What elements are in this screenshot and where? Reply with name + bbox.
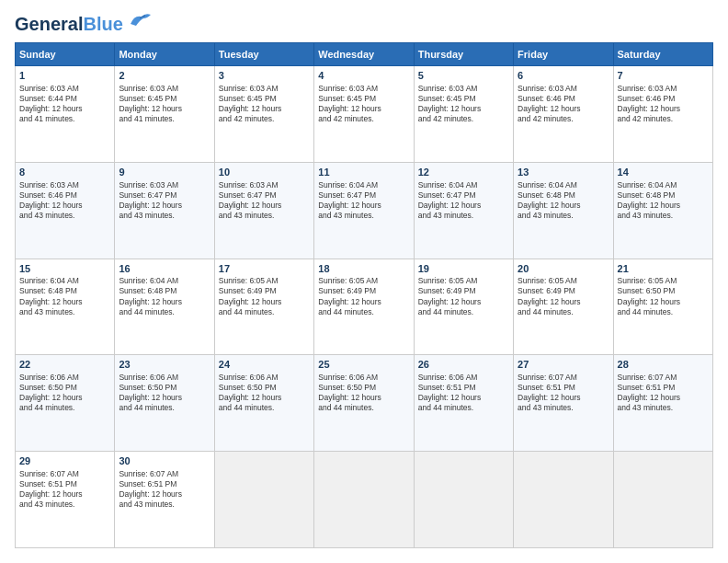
day-number: 28 <box>618 358 709 372</box>
calendar-cell: 22Sunrise: 6:06 AM Sunset: 6:50 PM Dayli… <box>16 355 115 452</box>
day-number: 16 <box>119 262 210 276</box>
day-info: Sunrise: 6:06 AM Sunset: 6:51 PM Dayligh… <box>418 373 509 413</box>
day-info: Sunrise: 6:03 AM Sunset: 6:46 PM Dayligh… <box>518 84 609 124</box>
day-info: Sunrise: 6:04 AM Sunset: 6:48 PM Dayligh… <box>618 180 709 221</box>
day-info: Sunrise: 6:04 AM Sunset: 6:47 PM Dayligh… <box>418 180 509 221</box>
day-number: 2 <box>119 69 210 83</box>
day-number: 23 <box>119 358 210 372</box>
calendar-week-row: 29Sunrise: 6:07 AM Sunset: 6:51 PM Dayli… <box>16 452 713 548</box>
day-info: Sunrise: 6:03 AM Sunset: 6:45 PM Dayligh… <box>119 84 210 124</box>
day-info: Sunrise: 6:03 AM Sunset: 6:45 PM Dayligh… <box>318 84 409 124</box>
calendar-week-row: 8Sunrise: 6:03 AM Sunset: 6:46 PM Daylig… <box>16 162 713 259</box>
logo: GeneralBlue <box>15 15 153 33</box>
day-number: 30 <box>119 454 210 468</box>
day-number: 25 <box>318 358 409 372</box>
calendar-cell: 20Sunrise: 6:05 AM Sunset: 6:49 PM Dayli… <box>514 259 613 355</box>
calendar-cell <box>613 452 712 548</box>
day-number: 12 <box>418 166 509 179</box>
col-header-sunday: Sunday <box>16 43 115 66</box>
calendar-cell: 19Sunrise: 6:05 AM Sunset: 6:49 PM Dayli… <box>414 259 513 355</box>
day-info: Sunrise: 6:04 AM Sunset: 6:48 PM Dayligh… <box>518 180 609 221</box>
day-number: 1 <box>19 69 110 83</box>
calendar-cell: 13Sunrise: 6:04 AM Sunset: 6:48 PM Dayli… <box>514 162 613 259</box>
logo-bird-icon <box>127 11 153 29</box>
day-info: Sunrise: 6:04 AM Sunset: 6:48 PM Dayligh… <box>19 276 110 316</box>
day-info: Sunrise: 6:05 AM Sunset: 6:49 PM Dayligh… <box>418 276 509 316</box>
col-header-friday: Friday <box>514 43 613 66</box>
day-number: 15 <box>19 262 110 276</box>
day-number: 21 <box>618 262 709 276</box>
day-info: Sunrise: 6:03 AM Sunset: 6:47 PM Dayligh… <box>119 180 210 221</box>
day-number: 27 <box>518 358 609 372</box>
calendar-week-row: 22Sunrise: 6:06 AM Sunset: 6:50 PM Dayli… <box>16 355 713 452</box>
day-number: 13 <box>518 166 609 179</box>
day-number: 10 <box>219 166 310 179</box>
calendar-cell: 18Sunrise: 6:05 AM Sunset: 6:49 PM Dayli… <box>314 259 414 355</box>
day-number: 7 <box>618 69 709 83</box>
calendar-cell <box>314 452 414 548</box>
calendar-header-row: SundayMondayTuesdayWednesdayThursdayFrid… <box>16 43 713 66</box>
day-number: 6 <box>518 69 609 83</box>
day-number: 14 <box>618 166 709 179</box>
day-number: 5 <box>418 69 509 83</box>
calendar-cell: 25Sunrise: 6:06 AM Sunset: 6:50 PM Dayli… <box>314 355 414 452</box>
day-info: Sunrise: 6:05 AM Sunset: 6:49 PM Dayligh… <box>219 276 310 316</box>
calendar-cell: 11Sunrise: 6:04 AM Sunset: 6:47 PM Dayli… <box>314 162 414 259</box>
calendar-cell <box>514 452 613 548</box>
calendar-cell: 10Sunrise: 6:03 AM Sunset: 6:47 PM Dayli… <box>214 162 313 259</box>
calendar-cell: 24Sunrise: 6:06 AM Sunset: 6:50 PM Dayli… <box>214 355 313 452</box>
calendar-cell: 1Sunrise: 6:03 AM Sunset: 6:44 PM Daylig… <box>16 66 115 163</box>
day-number: 11 <box>318 166 409 179</box>
calendar-cell: 6Sunrise: 6:03 AM Sunset: 6:46 PM Daylig… <box>514 66 613 163</box>
day-info: Sunrise: 6:04 AM Sunset: 6:48 PM Dayligh… <box>119 276 210 316</box>
col-header-thursday: Thursday <box>414 43 513 66</box>
col-header-monday: Monday <box>115 43 214 66</box>
day-info: Sunrise: 6:03 AM Sunset: 6:45 PM Dayligh… <box>219 84 310 124</box>
day-info: Sunrise: 6:06 AM Sunset: 6:50 PM Dayligh… <box>119 373 210 413</box>
day-info: Sunrise: 6:07 AM Sunset: 6:51 PM Dayligh… <box>518 373 609 413</box>
day-number: 8 <box>19 166 110 179</box>
calendar-cell: 16Sunrise: 6:04 AM Sunset: 6:48 PM Dayli… <box>115 259 214 355</box>
page-header: GeneralBlue <box>15 15 713 33</box>
logo-text: GeneralBlue <box>15 15 123 33</box>
day-info: Sunrise: 6:07 AM Sunset: 6:51 PM Dayligh… <box>119 469 210 510</box>
calendar-week-row: 1Sunrise: 6:03 AM Sunset: 6:44 PM Daylig… <box>16 66 713 163</box>
day-number: 24 <box>219 358 310 372</box>
calendar-cell: 27Sunrise: 6:07 AM Sunset: 6:51 PM Dayli… <box>514 355 613 452</box>
calendar-cell: 28Sunrise: 6:07 AM Sunset: 6:51 PM Dayli… <box>613 355 712 452</box>
day-info: Sunrise: 6:03 AM Sunset: 6:47 PM Dayligh… <box>219 180 310 221</box>
calendar-cell: 9Sunrise: 6:03 AM Sunset: 6:47 PM Daylig… <box>115 162 214 259</box>
day-number: 18 <box>318 262 409 276</box>
day-number: 19 <box>418 262 509 276</box>
calendar-cell: 3Sunrise: 6:03 AM Sunset: 6:45 PM Daylig… <box>214 66 313 163</box>
day-info: Sunrise: 6:06 AM Sunset: 6:50 PM Dayligh… <box>19 373 110 413</box>
day-info: Sunrise: 6:03 AM Sunset: 6:46 PM Dayligh… <box>19 180 110 221</box>
calendar-cell <box>414 452 513 548</box>
day-info: Sunrise: 6:07 AM Sunset: 6:51 PM Dayligh… <box>19 469 110 510</box>
calendar-cell: 5Sunrise: 6:03 AM Sunset: 6:45 PM Daylig… <box>414 66 513 163</box>
col-header-tuesday: Tuesday <box>214 43 313 66</box>
day-number: 26 <box>418 358 509 372</box>
calendar-cell: 7Sunrise: 6:03 AM Sunset: 6:46 PM Daylig… <box>613 66 712 163</box>
day-number: 20 <box>518 262 609 276</box>
day-info: Sunrise: 6:05 AM Sunset: 6:50 PM Dayligh… <box>618 276 709 316</box>
calendar-cell <box>214 452 313 548</box>
day-number: 22 <box>19 358 110 372</box>
calendar-cell: 26Sunrise: 6:06 AM Sunset: 6:51 PM Dayli… <box>414 355 513 452</box>
calendar-cell: 2Sunrise: 6:03 AM Sunset: 6:45 PM Daylig… <box>115 66 214 163</box>
day-info: Sunrise: 6:03 AM Sunset: 6:44 PM Dayligh… <box>19 84 110 124</box>
calendar-cell: 12Sunrise: 6:04 AM Sunset: 6:47 PM Dayli… <box>414 162 513 259</box>
day-info: Sunrise: 6:06 AM Sunset: 6:50 PM Dayligh… <box>318 373 409 413</box>
calendar: SundayMondayTuesdayWednesdayThursdayFrid… <box>15 42 713 548</box>
calendar-cell: 15Sunrise: 6:04 AM Sunset: 6:48 PM Dayli… <box>16 259 115 355</box>
day-number: 4 <box>318 69 409 83</box>
day-info: Sunrise: 6:07 AM Sunset: 6:51 PM Dayligh… <box>618 373 709 413</box>
calendar-cell: 29Sunrise: 6:07 AM Sunset: 6:51 PM Dayli… <box>16 452 115 548</box>
day-info: Sunrise: 6:05 AM Sunset: 6:49 PM Dayligh… <box>518 276 609 316</box>
calendar-week-row: 15Sunrise: 6:04 AM Sunset: 6:48 PM Dayli… <box>16 259 713 355</box>
day-info: Sunrise: 6:03 AM Sunset: 6:46 PM Dayligh… <box>618 84 709 124</box>
calendar-cell: 30Sunrise: 6:07 AM Sunset: 6:51 PM Dayli… <box>115 452 214 548</box>
day-info: Sunrise: 6:03 AM Sunset: 6:45 PM Dayligh… <box>418 84 509 124</box>
day-info: Sunrise: 6:06 AM Sunset: 6:50 PM Dayligh… <box>219 373 310 413</box>
calendar-cell: 17Sunrise: 6:05 AM Sunset: 6:49 PM Dayli… <box>214 259 313 355</box>
